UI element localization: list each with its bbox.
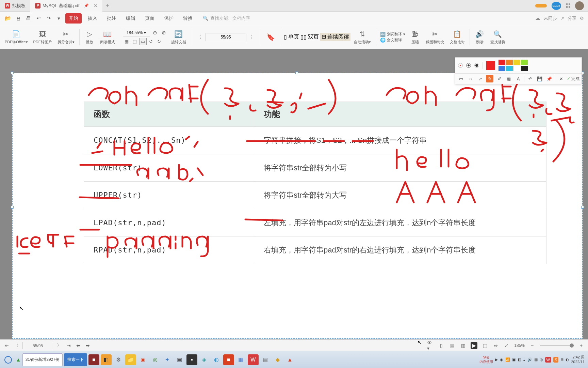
find-replace-button[interactable]: 🔍查找替换: [488, 29, 507, 45]
color-cyan[interactable]: [506, 66, 513, 71]
text-tool-icon[interactable]: A: [514, 75, 522, 82]
color-red[interactable]: [499, 60, 505, 65]
single-page-icon[interactable]: ▯: [284, 34, 287, 40]
tray-icon[interactable]: ◧: [518, 357, 521, 362]
taskbar-app-icon[interactable]: ▤: [260, 354, 271, 365]
avatar[interactable]: [575, 1, 584, 10]
tray-icon[interactable]: ◉: [500, 357, 503, 362]
new-tab-button[interactable]: +: [102, 2, 113, 9]
tray-volume-icon[interactable]: 🔊: [527, 357, 532, 362]
view-scroll-icon[interactable]: ▤: [449, 342, 456, 349]
double-page-icon[interactable]: ▯▯: [300, 34, 307, 40]
read-mode-button[interactable]: 📖阅读模式: [98, 29, 117, 45]
selection-handle[interactable]: [581, 206, 584, 209]
tray-icon[interactable]: ▣: [512, 357, 516, 362]
tray-ime-icon[interactable]: W: [545, 357, 551, 363]
selection-handle[interactable]: [295, 72, 298, 74]
stroke-thick[interactable]: [474, 63, 479, 68]
redo-icon[interactable]: ↷: [45, 15, 52, 22]
tray-icon[interactable]: ▦: [534, 357, 538, 362]
crop-compare-button[interactable]: ✂截图和对比: [424, 29, 446, 45]
menu-protect[interactable]: 保护: [161, 13, 177, 24]
taskbar-app-icon[interactable]: ◆: [272, 354, 283, 365]
prev-page-icon[interactable]: 〈: [13, 342, 20, 349]
menu-convert[interactable]: 转换: [180, 13, 196, 24]
open-icon[interactable]: 📂: [4, 15, 12, 22]
page-number-input[interactable]: 55/95: [22, 342, 53, 349]
fit-page-sb-icon[interactable]: ⤢: [503, 342, 510, 349]
ie-icon[interactable]: [2, 354, 14, 366]
selection-handle[interactable]: [11, 72, 14, 74]
word-translate-button[interactable]: 🔤划词翻译▾: [380, 32, 405, 37]
color-orange[interactable]: [506, 60, 513, 65]
print-icon[interactable]: 🖶: [24, 15, 32, 22]
search-box[interactable]: 🔍 查找功能、文档内容: [203, 15, 250, 21]
taskbar-app-icon[interactable]: ✦: [162, 354, 173, 365]
taskbar-app-icon[interactable]: ▦: [235, 354, 246, 365]
arrow-tool-icon[interactable]: ↗: [476, 75, 484, 82]
tab-document[interactable]: P MySQL-基础篇.pdf 📌 ✕: [30, 0, 102, 12]
taskbar-folder-icon[interactable]: 📁: [125, 354, 136, 365]
zoom-level[interactable]: 184.55% ▾: [123, 29, 150, 36]
document-canvas[interactable]: 函数 功能 CONCAT(S1,S2,...Sn)字符串拼接，将S1，S2，..…: [0, 49, 588, 351]
doc-compare-button[interactable]: 📋文档比对: [448, 29, 467, 45]
annotation-toolbar[interactable]: ▭ ○ ↗ ✎ ✐ ▩ A ↶ 💾 📌 ✕ ✓完成: [455, 57, 582, 84]
fit-width-icon[interactable]: ⬚: [131, 38, 138, 45]
settings-icon[interactable]: ⚙: [580, 16, 584, 21]
stroke-medium[interactable]: [466, 63, 471, 68]
stroke-thin[interactable]: [458, 63, 463, 68]
pin-anno-icon[interactable]: 📌: [545, 75, 553, 82]
fit-width-sb-icon[interactable]: ⇔: [492, 342, 499, 349]
taskbar-app-icon[interactable]: ◧: [101, 354, 112, 365]
search-button[interactable]: 搜索一下: [64, 353, 87, 366]
tray-ime-icon[interactable]: S: [553, 357, 558, 363]
tray-icon[interactable]: ▶: [495, 357, 498, 362]
cloud-icon[interactable]: ☁: [535, 15, 540, 21]
taskbar-clock[interactable]: 2:42 周 2022/11: [571, 355, 586, 364]
memory-indicator[interactable]: 95% 内存使用: [479, 356, 493, 364]
save-icon[interactable]: 🖨: [14, 15, 22, 22]
pdf-to-image-button[interactable]: 🖼PDF转图片: [31, 29, 54, 45]
taskbar-app-icon[interactable]: ◉: [137, 354, 148, 365]
play-button[interactable]: ▷播放: [82, 29, 97, 45]
view-single-icon[interactable]: ▯: [438, 342, 445, 349]
tray-icon[interactable]: ⊞: [560, 357, 564, 362]
fit-page-icon[interactable]: ▭: [139, 38, 147, 45]
color-lime[interactable]: [521, 60, 528, 65]
mosaic-icon[interactable]: ▩: [505, 75, 512, 82]
undo-anno-icon[interactable]: ↶: [526, 75, 534, 82]
share-label[interactable]: 分享: [568, 15, 576, 21]
dropdown-icon[interactable]: ▾: [55, 15, 63, 22]
up-arrow-icon[interactable]: ▲: [16, 357, 21, 363]
prev-page-button[interactable]: 〈: [194, 34, 204, 40]
full-translate-button[interactable]: 🌐全文翻译: [380, 37, 402, 43]
color-blue[interactable]: [499, 66, 505, 71]
zoom-slider[interactable]: [540, 345, 574, 346]
back-icon[interactable]: ⬅: [75, 342, 82, 349]
split-merge-button[interactable]: ✂拆分合并▾: [55, 29, 77, 45]
tray-icon[interactable]: ◐: [566, 357, 569, 362]
save-anno-icon[interactable]: 💾: [536, 75, 543, 82]
oval-tool-icon[interactable]: ○: [467, 75, 474, 82]
color-yellow[interactable]: [513, 60, 520, 65]
taskbar-app-icon[interactable]: ◎: [150, 354, 161, 365]
sync-status[interactable]: 未同步: [544, 15, 557, 21]
eye-icon[interactable]: 👁▾: [427, 342, 434, 349]
taskbar-app-icon[interactable]: ▲: [284, 354, 295, 365]
forward-icon[interactable]: ➡: [84, 342, 91, 349]
rotate-doc-button[interactable]: 🔄旋转文档: [169, 29, 188, 45]
rotate-right-icon[interactable]: ↻: [156, 38, 163, 45]
continuous-button[interactable]: ⊟ 连续阅读: [320, 33, 350, 41]
highlighter-icon[interactable]: ✐: [495, 75, 503, 82]
taskbar-app-icon[interactable]: ■: [223, 354, 234, 365]
read-aloud-button[interactable]: 🔊朗读: [473, 29, 487, 45]
close-icon[interactable]: ✕: [94, 3, 98, 9]
zoom-in-icon[interactable]: ⊕: [160, 29, 168, 36]
share-icon[interactable]: ↗: [560, 16, 564, 21]
taskbar-terminal-icon[interactable]: ▪: [186, 354, 197, 365]
pen-tool-icon[interactable]: ✎: [486, 75, 493, 82]
bookmark-button[interactable]: 🔖: [264, 32, 278, 43]
first-page-icon[interactable]: ⇤: [3, 342, 10, 349]
color-white[interactable]: [513, 66, 520, 71]
compress-button[interactable]: 🗜压缩: [408, 29, 422, 45]
